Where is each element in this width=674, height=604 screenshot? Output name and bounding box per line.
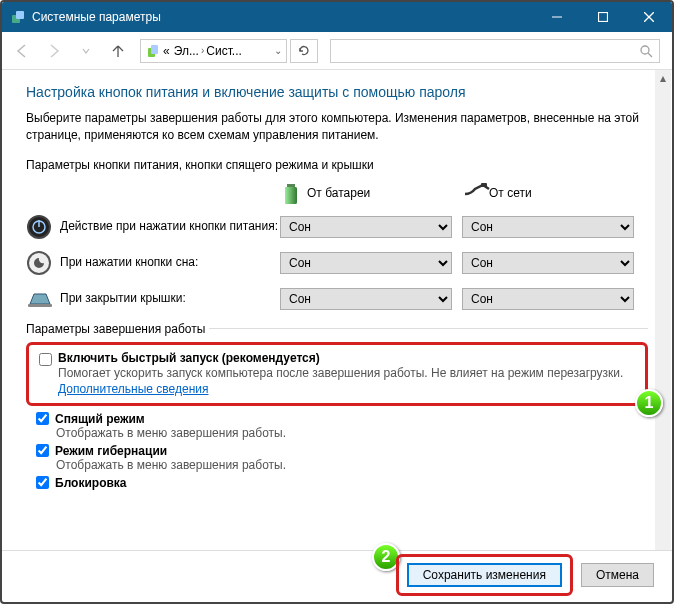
svg-rect-7 xyxy=(151,45,158,54)
sleep-label: Спящий режим xyxy=(55,412,145,426)
battery-icon xyxy=(281,180,301,206)
svg-rect-13 xyxy=(481,183,487,187)
minimize-button[interactable] xyxy=(534,2,580,32)
sleep-ac-select[interactable]: Сон xyxy=(462,252,634,274)
lid-ac-select[interactable]: Сон xyxy=(462,288,634,310)
column-battery: От батареи xyxy=(307,186,370,200)
sleep-battery-select[interactable]: Сон xyxy=(280,252,452,274)
up-button[interactable] xyxy=(104,37,132,65)
window-title: Системные параметры xyxy=(32,10,534,24)
svg-rect-3 xyxy=(599,13,608,22)
sleep-desc: Отображать в меню завершения работы. xyxy=(56,426,648,440)
badge-1: 1 xyxy=(635,389,663,417)
svg-point-8 xyxy=(641,46,649,54)
hibernate-checkbox[interactable] xyxy=(36,444,49,457)
sleep-checkbox[interactable] xyxy=(36,412,49,425)
fastboot-label: Включить быстрый запуск (рекомендуется) xyxy=(58,351,635,365)
svg-line-9 xyxy=(648,53,652,57)
maximize-button[interactable] xyxy=(580,2,626,32)
lock-label: Блокировка xyxy=(55,476,127,490)
hibernate-label: Режим гибернации xyxy=(55,444,167,458)
back-button[interactable] xyxy=(8,37,36,65)
lid-icon xyxy=(26,286,52,312)
section-title-buttons: Параметры кнопки питания, кнопки спящего… xyxy=(26,158,648,172)
lock-checkbox[interactable] xyxy=(36,476,49,489)
fastboot-desc: Помогает ускорить запуск компьютера посл… xyxy=(58,366,623,380)
app-icon xyxy=(10,9,26,25)
save-button[interactable]: Сохранить изменения xyxy=(407,563,562,587)
hibernate-desc: Отображать в меню завершения работы. xyxy=(56,458,648,472)
shutdown-section-title: Параметры завершения работы xyxy=(26,322,205,336)
refresh-button[interactable] xyxy=(290,39,318,63)
forward-button[interactable] xyxy=(40,37,68,65)
page-description: Выберите параметры завершения работы для… xyxy=(26,110,648,144)
row-sleep-label: При нажатии кнопки сна: xyxy=(60,255,280,269)
cancel-button[interactable]: Отмена xyxy=(581,563,654,587)
page-title: Настройка кнопок питания и включение защ… xyxy=(26,84,648,100)
search-icon xyxy=(639,44,653,58)
svg-rect-20 xyxy=(28,304,52,307)
fastboot-link[interactable]: Дополнительные сведения xyxy=(58,382,208,396)
svg-rect-12 xyxy=(285,187,297,204)
power-ac-select[interactable]: Сон xyxy=(462,216,634,238)
plug-icon xyxy=(463,180,483,206)
close-button[interactable] xyxy=(626,2,672,32)
breadcrumb-item[interactable]: Эл... xyxy=(172,44,201,58)
svg-rect-1 xyxy=(16,11,24,19)
save-highlight: Сохранить изменения xyxy=(396,554,573,596)
svg-rect-10 xyxy=(287,184,295,187)
scrollbar[interactable]: ▴ xyxy=(655,70,671,550)
row-lid-label: При закрытии крышки: xyxy=(60,291,280,305)
lid-battery-select[interactable]: Сон xyxy=(280,288,452,310)
search-input[interactable] xyxy=(330,39,660,63)
column-ac: От сети xyxy=(489,186,532,200)
fastboot-highlight: Включить быстрый запуск (рекомендуется) … xyxy=(26,342,648,406)
power-battery-select[interactable]: Сон xyxy=(280,216,452,238)
power-icon xyxy=(26,214,52,240)
breadcrumb-item[interactable]: Сист... xyxy=(204,44,244,58)
fastboot-checkbox[interactable] xyxy=(39,353,52,366)
dropdown-history[interactable] xyxy=(72,37,100,65)
sleep-icon xyxy=(26,250,52,276)
row-power-label: Действие при нажатии кнопки питания: xyxy=(60,219,280,233)
breadcrumb[interactable]: « Эл... › Сист... ⌄ xyxy=(140,39,287,63)
scroll-up-icon[interactable]: ▴ xyxy=(655,70,671,86)
